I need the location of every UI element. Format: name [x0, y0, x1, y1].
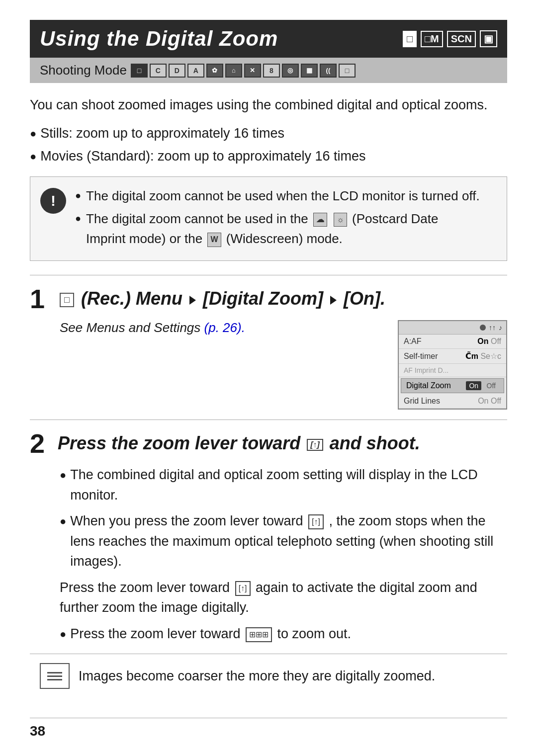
zoom-tele-icon-2: [↑]	[308, 514, 324, 529]
step2-bullet-1: ● The combined digital and optical zoom …	[60, 465, 507, 505]
rec-menu-icon: □	[60, 293, 74, 307]
sm-icon-2: C	[150, 64, 167, 78]
intro-text: You can shoot zoomed images using the co…	[30, 95, 507, 115]
page-number: 38	[30, 718, 507, 739]
note-box: Images become coarser the more they are …	[30, 654, 507, 698]
page-header: Using the Digital Zoom □ □M SCN ▣	[30, 20, 507, 58]
note-icon	[40, 663, 70, 689]
sm-icon-8: 8	[263, 64, 280, 78]
sm-icon-10: ▦	[301, 64, 318, 78]
lcd-it-icon: ↑↑	[489, 324, 496, 332]
zoom-wide-icon: ⊞⊞⊞	[246, 627, 272, 642]
sm-icon-3: D	[169, 64, 185, 78]
step-2-header: 2 Press the zoom lever toward [↑] and sh…	[30, 430, 507, 457]
step-2-title: Press the zoom lever toward [↑] and shoo…	[58, 433, 420, 454]
bullet-stills: ● Stills: zoom up to approximately 16 ti…	[30, 123, 507, 144]
step-1-content: See Menus and Settings (p. 26). ↑↑ ♪ A:A…	[30, 320, 507, 410]
note-text: Images become coarser the more they are …	[79, 666, 435, 686]
step-1-title: □ (Rec.) Menu [Digital Zoom] [On].	[58, 288, 385, 309]
sm-icon-11: ((	[320, 64, 337, 78]
mode-icon-m: □M	[421, 31, 443, 47]
note-lines	[47, 672, 62, 680]
lcd-dot-icon	[480, 325, 486, 331]
lcd-row-afimprint: AF Imprint D...	[399, 364, 506, 377]
mode-icon-scn: SCN	[447, 31, 476, 47]
step2-bullet-2: ● When you press the zoom lever toward […	[60, 511, 507, 572]
mode-icon-auto: □	[403, 31, 417, 47]
warning-content: ● The digital zoom cannot be used when t…	[75, 186, 480, 252]
lcd-note-icon: ♪	[499, 324, 502, 332]
sm-icon-5: ✿	[206, 64, 223, 78]
sm-icon-1: □	[131, 64, 148, 78]
step2-bullet-4: ● Press the zoom lever toward ⊞⊞⊞ to zoo…	[60, 624, 507, 644]
bullet-movies: ● Movies (Standard): zoom up to approxim…	[30, 146, 507, 167]
shooting-mode-icons: □ C D A ✿ ⌂ ✕ 8 ◎ ▦ (( □	[131, 64, 356, 78]
postcard-icon-1: ☁	[313, 213, 327, 227]
sm-icon-9: ◎	[282, 64, 299, 78]
warning-bullet-1: ● The digital zoom cannot be used when t…	[75, 186, 480, 206]
sm-icon-4: A	[187, 64, 204, 78]
zoom-tele-icon-3: [↑]	[235, 581, 251, 596]
warning-bullet-2: ● The digital zoom cannot be used in the…	[75, 209, 480, 249]
widescreen-icon: W	[207, 233, 221, 247]
warning-box: ! ● The digital zoom cannot be used when…	[30, 176, 507, 261]
sm-icon-6: ⌂	[225, 64, 242, 78]
step-1-number: 1	[30, 285, 50, 312]
lcd-row-aiaf: A:AF On Off	[399, 335, 506, 349]
mode-icon-special: ▣	[480, 30, 497, 47]
zoom-tele-icon: [↑]	[307, 439, 323, 451]
shooting-mode-bar: Shooting Mode □ C D A ✿ ⌂ ✕ 8 ◎ ▦ (( □	[30, 58, 507, 83]
lcd-row-selftimer: Self-timer C̃m Se☆c	[399, 349, 506, 364]
lcd-top-bar: ↑↑ ♪	[399, 321, 506, 335]
step-1-section: 1 □ (Rec.) Menu [Digital Zoom] [On]. See…	[30, 275, 507, 410]
step-1-arrow-2	[330, 296, 337, 305]
step-2-content: ● The combined digital and optical zoom …	[30, 465, 507, 644]
sm-icon-12: □	[339, 64, 356, 78]
step-2-section: 2 Press the zoom lever toward [↑] and sh…	[30, 420, 507, 644]
header-mode-icons: □ □M SCN ▣	[403, 30, 497, 47]
sm-icon-7: ✕	[244, 64, 261, 78]
step-2-number: 2	[30, 430, 50, 457]
lcd-row-digitalzoom: Digital Zoom On Off	[401, 378, 504, 393]
step-1-header: 1 □ (Rec.) Menu [Digital Zoom] [On].	[30, 285, 507, 312]
lcd-menu: ↑↑ ♪ A:AF On Off Self-timer C̃m Se☆c AF …	[398, 320, 507, 410]
lcd-row-gridlines: Grid Lines On Off	[399, 394, 506, 409]
step-1-see-text: See Menus and Settings (p. 26).	[60, 320, 383, 336]
shooting-mode-label: Shooting Mode	[40, 63, 127, 78]
warning-icon: !	[40, 188, 66, 214]
postcard-icon-2: ☼	[334, 213, 347, 227]
step-1-arrow-1	[189, 296, 196, 305]
step2-bullet-3: Press the zoom lever toward [↑] again to…	[60, 578, 507, 618]
page-title: Using the Digital Zoom	[40, 27, 278, 51]
